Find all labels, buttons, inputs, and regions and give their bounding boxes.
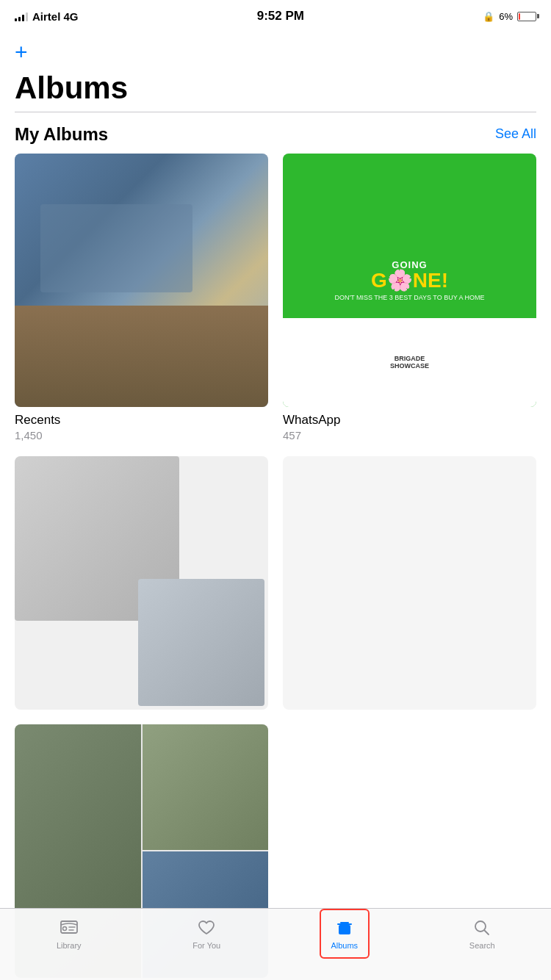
album-grid-row2: [15, 456, 536, 710]
library-icon: [59, 918, 79, 938]
albums-icon: [334, 918, 355, 938]
whatsapp-thumb-image: GOING G🌸NE! DON'T MISS THE 3 BEST DAYS T…: [283, 154, 536, 407]
status-left: Airtel 4G: [15, 10, 79, 23]
page-title: Albums: [15, 71, 536, 106]
album-thumbnail-whatsapp: GOING G🌸NE! DON'T MISS THE 3 BEST DAYS T…: [283, 154, 536, 407]
album-item-recents[interactable]: Recents 1,450: [15, 154, 268, 442]
battery-percent: 6%: [499, 11, 513, 22]
tab-library-label: Library: [57, 941, 82, 950]
tab-bar: Library For You Albums Sear: [0, 908, 551, 980]
album-grid: Recents 1,450 GOING G🌸NE! DON'T MISS THE…: [15, 154, 536, 442]
my-albums-title: My Albums: [15, 124, 108, 145]
for-you-icon: [196, 918, 217, 938]
promo-text-gone: G🌸NE!: [371, 270, 448, 291]
tab-albums[interactable]: Albums: [276, 915, 414, 953]
status-time: 9:52 PM: [257, 9, 304, 24]
album-thumbnail-partial1: [15, 456, 268, 710]
recents-thumb-image: [15, 154, 268, 407]
tab-for-you[interactable]: For You: [138, 915, 276, 953]
brigade-text: BRIGADESHOWCASE: [390, 355, 429, 370]
status-bar: Airtel 4G 9:52 PM 🔒 6%: [0, 0, 551, 32]
signal-bar-3: [22, 15, 24, 21]
album-count-whatsapp: 457: [283, 429, 536, 442]
svg-point-1: [62, 927, 66, 931]
album-item-partial1[interactable]: [15, 456, 268, 710]
signal-bars: [15, 11, 28, 21]
album-name-whatsapp: WhatsApp: [283, 413, 536, 428]
my-albums-section-header: My Albums See All: [15, 112, 536, 154]
album-item-partial2[interactable]: [283, 456, 536, 710]
add-button[interactable]: +: [15, 38, 28, 66]
battery-fill: [519, 13, 520, 20]
lock-icon: 🔒: [483, 11, 494, 22]
tab-search[interactable]: Search: [414, 915, 552, 953]
fav-cell-2: [143, 724, 269, 851]
svg-rect-2: [339, 925, 350, 934]
album-count-recents: 1,450: [15, 429, 268, 442]
status-right: 🔒 6%: [483, 11, 536, 22]
signal-bar-4: [26, 12, 28, 21]
tab-albums-label: Albums: [331, 941, 358, 950]
promo-brigade: BRIGADESHOWCASE: [283, 318, 536, 407]
tab-for-you-label: For You: [192, 941, 220, 950]
signal-bar-1: [15, 18, 17, 21]
search-icon: [472, 918, 492, 938]
header: + Albums: [0, 32, 551, 112]
album-item-whatsapp[interactable]: GOING G🌸NE! DON'T MISS THE 3 BEST DAYS T…: [283, 154, 536, 442]
promo-sub-text: DON'T MISS THE 3 BEST DAYS TO BUY A HOME: [334, 294, 484, 301]
svg-rect-4: [340, 922, 349, 923]
content: My Albums See All Recents 1,450 GOING G🌸…: [0, 112, 551, 981]
svg-rect-3: [337, 923, 352, 925]
tab-search-label: Search: [469, 941, 495, 950]
album-name-recents: Recents: [15, 413, 268, 428]
tab-library[interactable]: Library: [0, 915, 138, 953]
partial-inner2: [138, 579, 265, 706]
carrier-label: Airtel 4G: [32, 10, 79, 23]
album-thumbnail-partial2: [283, 456, 536, 710]
signal-bar-2: [18, 17, 21, 21]
album-thumbnail-recents: [15, 154, 268, 407]
see-all-button[interactable]: See All: [495, 126, 536, 142]
battery-icon: [517, 12, 536, 21]
